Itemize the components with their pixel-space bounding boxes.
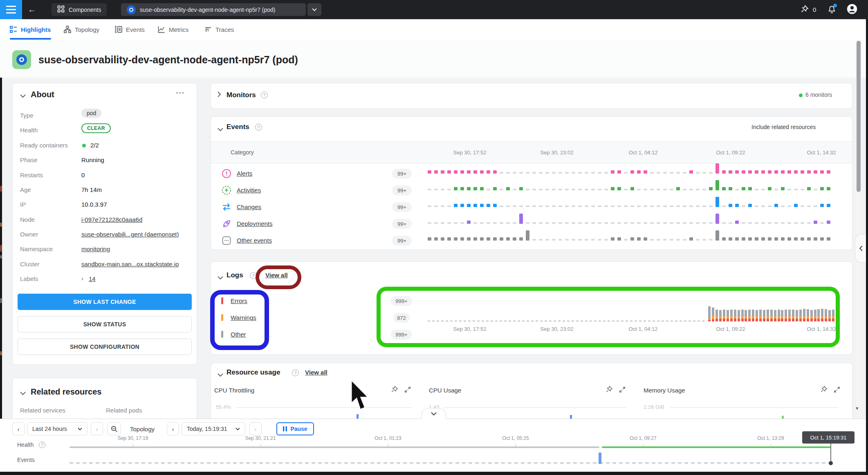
phase-label: Phase [20,156,38,163]
ready-green-dot [82,144,86,147]
pin-icon[interactable] [391,386,398,395]
pause-button[interactable]: Pause [276,422,314,435]
labels-expand-chevron[interactable]: › [81,275,83,282]
namespace-label: Namespace [20,245,53,252]
tab-components[interactable]: Components [52,3,107,16]
chart-bar [357,414,359,419]
changes-link[interactable]: Changes [237,203,261,210]
playhead-forward-button[interactable]: › [249,422,262,435]
tab-metrics[interactable]: Metrics [158,19,188,40]
resource-help-icon[interactable]: ? [292,369,299,376]
about-collapse-chevron[interactable] [20,92,26,99]
logs-collapse-chevron[interactable] [218,274,223,281]
ready-containers-label: Ready containers [20,142,68,149]
events-row-label: Events [17,457,35,463]
show-last-change-button[interactable]: SHOW LAST CHANGE [18,294,192,310]
events-timeline-dashed[interactable] [70,462,831,464]
deployments-link[interactable]: Deployments [237,220,273,227]
tab-events[interactable]: Events [115,19,145,40]
resource-view-all-link[interactable]: View all [305,369,327,376]
about-title: About [31,90,54,99]
cluster-link[interactable]: sandbox-main.san...ox.stackstate.io [81,261,179,268]
back-button[interactable]: ← [28,4,36,15]
time-back-button[interactable]: ‹ [12,422,25,435]
health-line-green[interactable] [602,446,831,448]
timeline-collapse-handle[interactable] [422,408,446,419]
side-panel-handle[interactable] [855,234,866,263]
events-help-icon[interactable]: ? [255,124,262,131]
activities-link[interactable]: Activities [237,187,261,194]
monitors-expand-chevron[interactable] [218,91,221,99]
owner-link[interactable]: suse-observabili...gent (daemonset) [81,231,179,238]
namespace-link[interactable]: monitoring [81,245,110,252]
timebar-tick: Oct 1, 01:23 [375,435,401,441]
current-time-value: Today, 15:19:31 [187,426,227,432]
right-edge-window-sliver [866,19,868,475]
tab-highlights-label: Highlights [21,26,51,33]
logs-title: Logs [227,271,243,279]
node-link[interactable]: i-097e721228c0aaa6d [81,216,142,223]
chevron-down-icon [236,428,240,430]
alerts-link[interactable]: Alerts [237,170,252,177]
events-icon [115,26,122,33]
show-status-button[interactable]: SHOW STATUS [18,316,192,332]
tab-traces[interactable]: Traces [204,19,234,40]
timeline-mode-label: Topology [130,426,155,433]
chevron-left-icon [859,245,863,251]
about-more-menu[interactable]: ⋯ [175,87,184,98]
type-label: Type [20,112,34,119]
time-range-value: Last 24 hours [32,426,67,432]
hamburger-menu-button[interactable] [0,0,22,19]
health-help-icon[interactable]: ? [39,442,45,448]
notifications-bell-icon[interactable] [828,4,836,15]
alerts-icon [221,168,232,179]
page-title: suse-observability-dev-agent-node-agent-… [38,54,298,66]
alerts-badge: 99+ [392,169,412,178]
tab-highlights[interactable]: Highlights [10,19,51,40]
memory-usage-max: 2.26 GiB [644,404,664,410]
pin-icon[interactable] [820,386,828,395]
health-status-pill: CLEAR [81,123,111,133]
tab-topology[interactable]: Topology [64,19,99,40]
show-configuration-button[interactable]: SHOW CONFIGURATION [18,339,192,355]
annotation-green-box-log-histogram [377,287,840,347]
pin-icon[interactable] [606,386,613,395]
resource-collapse-chevron[interactable] [218,371,223,378]
time-range-select[interactable]: Last 24 hours [27,422,87,435]
monitors-help-icon[interactable]: ? [261,91,268,98]
restarts-value: 0 [81,172,85,178]
tab-dropdown-button[interactable] [307,3,321,16]
event-burst-bar[interactable] [599,453,601,464]
zoom-out-button[interactable] [107,422,121,435]
playhead-back-button[interactable]: ‹ [167,422,179,435]
changes-badge: 99+ [392,202,412,212]
pin-icon[interactable] [801,5,809,15]
highlights-icon [10,26,17,33]
about-card: About ⋯ Type pod Health CLEAR Ready cont… [12,83,197,365]
events-title: Events [227,123,249,131]
expand-icon[interactable] [404,386,411,395]
chart-bar [782,416,784,419]
pod-component-icon [12,50,31,69]
type-value-pill: pod [81,109,101,118]
scrollbar-down-arrow[interactable]: ▾ [856,405,859,411]
labels-count-link[interactable]: 14 [89,275,96,282]
chart-bar [570,415,572,419]
user-avatar-icon[interactable] [847,4,857,16]
related-collapse-chevron[interactable] [20,390,26,397]
pin-count: 0 [813,6,816,13]
other-events-link[interactable]: Other events [237,237,272,244]
node-label: Node [20,216,35,223]
health-line-gray[interactable] [70,446,599,448]
main-scrollbar-thumb[interactable] [857,41,861,192]
events-collapse-chevron[interactable] [218,126,223,133]
tab-topology-label: Topology [75,26,99,33]
expand-icon[interactable] [834,386,840,395]
playhead-line[interactable] [830,443,831,463]
time-forward-button[interactable]: › [91,422,103,435]
expand-icon[interactable] [619,386,626,395]
tab-active-label: suse-observability-dev-agent-node-agent-… [140,7,276,13]
app-window: ← Components suse-observability-dev-agen… [0,0,868,475]
tab-active-component[interactable]: suse-observability-dev-agent-node-agent-… [121,3,306,16]
current-time-select[interactable]: Today, 15:19:31 [182,422,245,435]
